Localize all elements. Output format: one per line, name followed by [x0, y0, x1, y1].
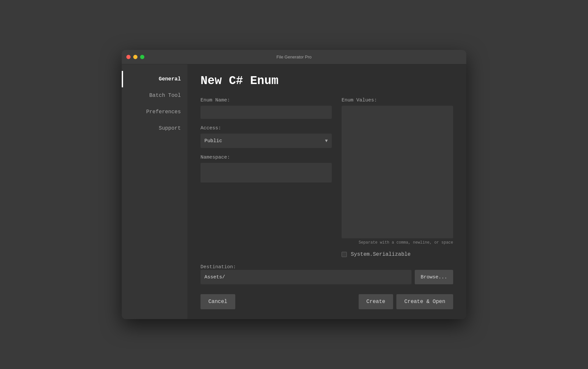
action-buttons-right: Create Create & Open — [359, 294, 453, 309]
main-content: New C# Enum Enum Name: Access: Public — [187, 64, 466, 319]
maximize-button[interactable] — [140, 55, 144, 59]
window-body: General Batch Tool Preferences Support N… — [122, 64, 466, 319]
access-select[interactable]: Public Private Protected Internal — [200, 134, 332, 148]
namespace-label: Namespace: — [200, 155, 332, 160]
left-column: Enum Name: Access: Public Private Protec… — [200, 98, 332, 257]
enum-name-field-group: Enum Name: — [200, 98, 332, 119]
access-select-wrapper: Public Private Protected Internal ▼ — [200, 134, 332, 148]
app-window: File Generator Pro General Batch Tool Pr… — [122, 50, 466, 319]
enum-values-input[interactable] — [342, 106, 453, 238]
destination-label: Destination: — [200, 264, 236, 270]
sidebar-item-preferences[interactable]: Preferences — [122, 104, 187, 120]
serializable-label: System.Serializable — [351, 251, 410, 257]
title-bar: File Generator Pro — [122, 50, 466, 64]
right-column: Enum Values: Separate with a comma, newl… — [342, 98, 453, 257]
serializable-row: System.Serializable — [342, 251, 453, 257]
sidebar-item-general[interactable]: General — [122, 71, 187, 87]
enum-values-field-group: Enum Values: Separate with a comma, newl… — [342, 98, 453, 245]
destination-input[interactable] — [200, 270, 411, 284]
enum-name-label: Enum Name: — [200, 98, 332, 103]
destination-row: Browse... — [200, 270, 453, 284]
enum-values-label: Enum Values: — [342, 98, 453, 103]
form-area: Enum Name: Access: Public Private Protec… — [200, 98, 453, 257]
namespace-input[interactable] — [200, 163, 332, 183]
sidebar: General Batch Tool Preferences Support — [122, 64, 187, 319]
sidebar-item-batch-tool[interactable]: Batch Tool — [122, 87, 187, 104]
create-button[interactable]: Create — [359, 294, 393, 309]
namespace-field-group: Namespace: — [200, 155, 332, 183]
create-and-open-button[interactable]: Create & Open — [396, 294, 453, 309]
minimize-button[interactable] — [133, 55, 137, 59]
page-title: New C# Enum — [200, 74, 453, 88]
cancel-button[interactable]: Cancel — [200, 294, 235, 309]
serializable-checkbox[interactable] — [342, 252, 347, 257]
destination-section: Destination: Browse... — [200, 264, 453, 284]
window-title: File Generator Pro — [277, 54, 312, 59]
close-button[interactable] — [126, 55, 131, 59]
browse-button[interactable]: Browse... — [415, 270, 453, 284]
enum-values-hint: Separate with a comma, newline, or space — [342, 240, 453, 245]
traffic-lights — [126, 55, 144, 59]
bottom-buttons: Cancel Create Create & Open — [200, 291, 453, 309]
enum-name-input[interactable] — [200, 106, 332, 119]
access-field-group: Access: Public Private Protected Interna… — [200, 125, 332, 148]
sidebar-item-support[interactable]: Support — [122, 120, 187, 137]
access-label: Access: — [200, 125, 332, 131]
